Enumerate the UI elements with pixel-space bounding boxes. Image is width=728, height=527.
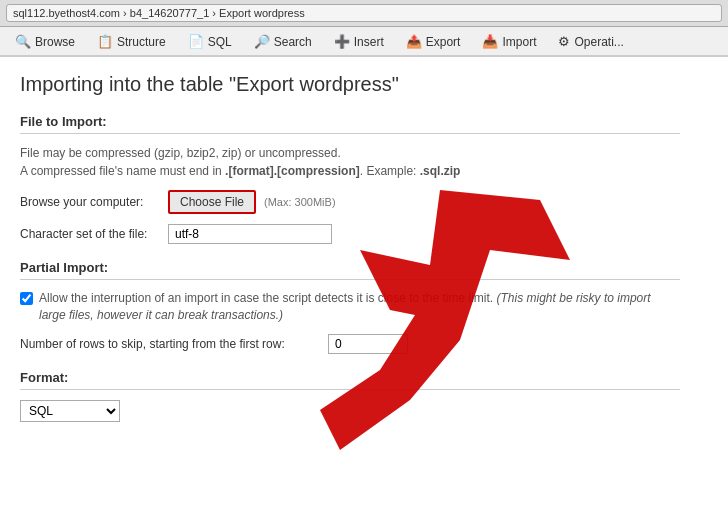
browser-chrome: sql112.byethost4.com › b4_14620777_1 › E…: [0, 0, 728, 27]
browse-row: Browse your computer: Choose File (Max: …: [20, 190, 680, 214]
operations-icon: ⚙: [558, 34, 570, 49]
tab-browse[interactable]: 🔍 Browse: [4, 27, 86, 55]
structure-icon: 📋: [97, 34, 113, 49]
browse-label: Browse your computer:: [20, 195, 160, 209]
search-icon: 🔎: [254, 34, 270, 49]
tab-search-label: Search: [274, 35, 312, 49]
partial-import-section: Partial Import: Allow the interruption o…: [20, 260, 680, 354]
info-line2: A compressed file's name must end in: [20, 164, 225, 178]
tab-insert[interactable]: ➕ Insert: [323, 27, 395, 55]
charset-input[interactable]: [168, 224, 332, 244]
insert-icon: ➕: [334, 34, 350, 49]
tab-operations-label: Operati...: [574, 35, 623, 49]
format-header: Format:: [20, 370, 680, 390]
tab-export[interactable]: 📤 Export: [395, 27, 472, 55]
browse-icon: 🔍: [15, 34, 31, 49]
file-hint: (Max: 300MiB): [264, 196, 336, 208]
interrupt-text: Allow the interruption of an import in c…: [39, 290, 680, 324]
sql-zip-example: .sql.zip: [420, 164, 461, 178]
partial-import-header: Partial Import:: [20, 260, 680, 280]
page-wrapper: sql112.byethost4.com › b4_14620777_1 › E…: [0, 0, 728, 527]
tab-import-label: Import: [502, 35, 536, 49]
skip-input[interactable]: [328, 334, 408, 354]
tab-operations[interactable]: ⚙ Operati...: [547, 27, 634, 55]
charset-row: Character set of the file:: [20, 224, 680, 244]
file-to-import-header: File to Import:: [20, 114, 680, 134]
tab-sql[interactable]: 📄 SQL: [177, 27, 243, 55]
export-icon: 📤: [406, 34, 422, 49]
tab-export-label: Export: [426, 35, 461, 49]
address-bar: sql112.byethost4.com › b4_14620777_1 › E…: [6, 4, 722, 22]
format-row: SQL: [20, 400, 680, 422]
choose-file-button[interactable]: Choose File: [168, 190, 256, 214]
charset-label: Character set of the file:: [20, 227, 160, 241]
tab-search[interactable]: 🔎 Search: [243, 27, 323, 55]
interrupt-checkbox-row: Allow the interruption of an import in c…: [20, 290, 680, 324]
format-select[interactable]: SQL: [20, 400, 120, 422]
interrupt-checkbox[interactable]: [20, 292, 33, 305]
tab-import[interactable]: 📥 Import: [471, 27, 547, 55]
file-to-import-section: File to Import: File may be compressed (…: [20, 114, 680, 244]
page-title: Importing into the table "Export wordpre…: [20, 73, 680, 96]
format-example: .[format].[compression]: [225, 164, 360, 178]
skip-row: Number of rows to skip, starting from th…: [20, 334, 680, 354]
info-line3: . Example:: [360, 164, 420, 178]
tab-sql-label: SQL: [208, 35, 232, 49]
tab-structure[interactable]: 📋 Structure: [86, 27, 177, 55]
import-icon: 📥: [482, 34, 498, 49]
sql-icon: 📄: [188, 34, 204, 49]
tab-browse-label: Browse: [35, 35, 75, 49]
tab-structure-label: Structure: [117, 35, 166, 49]
info-line1: File may be compressed (gzip, bzip2, zip…: [20, 146, 341, 160]
main-content: Importing into the table "Export wordpre…: [0, 57, 700, 454]
format-section: Format: SQL: [20, 370, 680, 422]
file-info: File may be compressed (gzip, bzip2, zip…: [20, 144, 680, 180]
tab-insert-label: Insert: [354, 35, 384, 49]
pma-nav: 🔍 Browse 📋 Structure 📄 SQL 🔎 Search ➕ In…: [0, 27, 728, 57]
skip-label: Number of rows to skip, starting from th…: [20, 337, 320, 351]
